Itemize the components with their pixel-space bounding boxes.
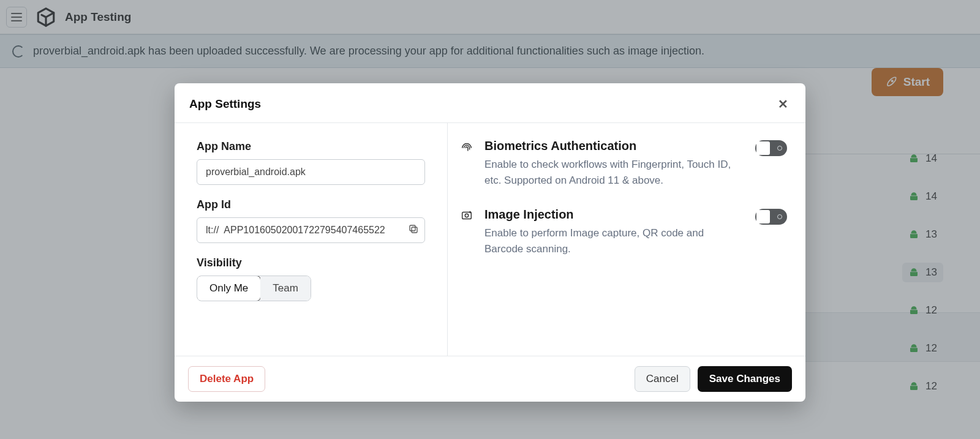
app-name-label: App Name [197,140,425,153]
copy-icon[interactable] [408,223,419,237]
setting-image-injection: Image Injection Enable to perform Image … [460,204,787,272]
app-id-input[interactable] [197,217,425,243]
delete-app-button[interactable]: Delete App [188,366,265,392]
modal-title: App Settings [189,97,261,111]
cancel-button[interactable]: Cancel [635,366,690,392]
visibility-segmented: Only Me Team [197,276,311,301]
fingerprint-icon [460,140,475,189]
save-changes-button[interactable]: Save Changes [698,366,792,392]
app-settings-modal: App Settings ✕ App Name App Id [175,83,805,402]
setting-title: Image Injection [484,208,745,222]
modal-right-pane: Biometrics Authentication Enable to chec… [448,123,805,356]
svg-rect-3 [412,227,417,233]
setting-title: Biometrics Authentication [484,139,745,153]
svg-rect-4 [410,225,415,231]
setting-biometrics: Biometrics Authentication Enable to chec… [460,135,787,204]
modal-left-pane: App Name App Id Visibility Only Me [175,123,448,356]
visibility-only-me[interactable]: Only Me [197,276,261,301]
modal-overlay: App Settings ✕ App Name App Id [0,0,980,439]
image-injection-toggle[interactable] [755,209,787,225]
modal-footer: Delete App Cancel Save Changes [175,356,805,402]
app-id-label: App Id [197,198,425,211]
visibility-label: Visibility [197,257,425,269]
setting-description: Enable to perform Image capture, QR code… [484,225,742,258]
visibility-team[interactable]: Team [260,276,311,301]
image-injection-icon [460,209,475,258]
modal-header: App Settings ✕ [175,83,805,123]
setting-description: Enable to check workflows with Fingerpri… [484,157,742,189]
biometrics-toggle[interactable] [755,140,787,156]
svg-point-6 [465,214,469,217]
app-name-input[interactable] [197,159,425,185]
close-icon[interactable]: ✕ [775,94,791,114]
